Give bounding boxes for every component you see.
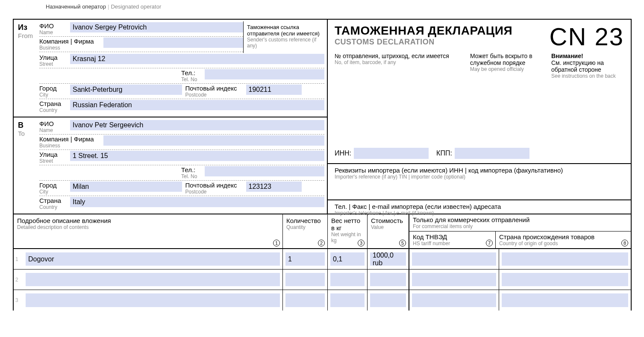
item-weight[interactable] <box>330 293 365 307</box>
from-business[interactable] <box>103 38 243 48</box>
importer-reference: Реквизиты импортера (если имеются) ИНН |… <box>328 163 631 182</box>
to-city[interactable]: Milan <box>70 182 182 192</box>
may-open-label: Может быть вскрыто в служебном порядке <box>470 53 543 66</box>
from-postcode[interactable]: 190211 <box>246 85 302 95</box>
item-description[interactable]: Dogovor <box>26 252 280 266</box>
item-hs-code[interactable] <box>412 252 496 266</box>
item-quantity[interactable]: 1 <box>285 252 325 266</box>
item-weight[interactable]: 0,1 <box>330 252 365 266</box>
item-value[interactable] <box>370 293 406 307</box>
from-street[interactable]: Krasnaj 12 <box>70 54 324 64</box>
item-quantity[interactable] <box>285 273 325 286</box>
item-hs-code[interactable] <box>412 273 496 286</box>
item-description[interactable] <box>26 273 280 286</box>
to-business[interactable] <box>103 135 324 146</box>
to-name[interactable]: Ivanov Petr Sergeevich <box>70 120 324 130</box>
from-city[interactable]: Sankt-Peterburg <box>70 85 182 95</box>
item-value[interactable]: 1000,0 rub <box>370 252 406 266</box>
from-name[interactable]: Ivanov Sergey Petrovich <box>70 22 243 32</box>
item-row: 2 <box>14 270 631 290</box>
to-tel[interactable] <box>205 166 324 176</box>
from-block: ИзFrom ФИОName Ivanov Sergey Petrovich К… <box>14 20 327 117</box>
item-row: 3 <box>14 290 631 311</box>
item-origin[interactable] <box>502 252 628 266</box>
item-quantity[interactable] <box>285 293 325 307</box>
item-no-label: № отправления, штрихкод, если имеется <box>335 53 462 59</box>
to-street[interactable]: 1 Street. 15 <box>70 151 324 161</box>
to-postcode[interactable]: 123123 <box>246 182 302 192</box>
item-row: 1Dogovor10,11000,0 rub <box>14 249 631 270</box>
item-hs-code[interactable] <box>412 293 496 307</box>
row-number: 2 <box>14 270 23 290</box>
designated-operator: Назначенный оператор|Designated operator <box>46 3 161 10</box>
row-number: 1 <box>14 249 23 269</box>
customs-reference: Таможенная ссылка отправителя (если имее… <box>243 21 324 53</box>
item-description[interactable] <box>26 293 280 307</box>
item-weight[interactable] <box>330 273 365 286</box>
row-number: 3 <box>14 290 23 311</box>
inn-label: ИНН: <box>335 149 351 157</box>
from-country[interactable]: Russian Federation <box>70 100 324 110</box>
item-origin[interactable] <box>502 273 628 286</box>
form-code: CN 23 <box>550 22 624 51</box>
item-value[interactable] <box>370 273 406 286</box>
item-origin[interactable] <box>502 293 628 307</box>
kpp-label: КПП: <box>436 149 452 157</box>
inn-value[interactable] <box>354 148 429 159</box>
attention-label: Внимание! <box>551 53 624 59</box>
items-header: Подробное описание вложенияDetailed desc… <box>14 214 631 249</box>
kpp-value[interactable] <box>455 148 529 159</box>
to-country[interactable]: Italy <box>70 197 324 207</box>
to-block: ВTo ФИОName Ivanov Petr Sergeevich Компа… <box>14 117 327 214</box>
from-tel[interactable] <box>205 69 324 79</box>
